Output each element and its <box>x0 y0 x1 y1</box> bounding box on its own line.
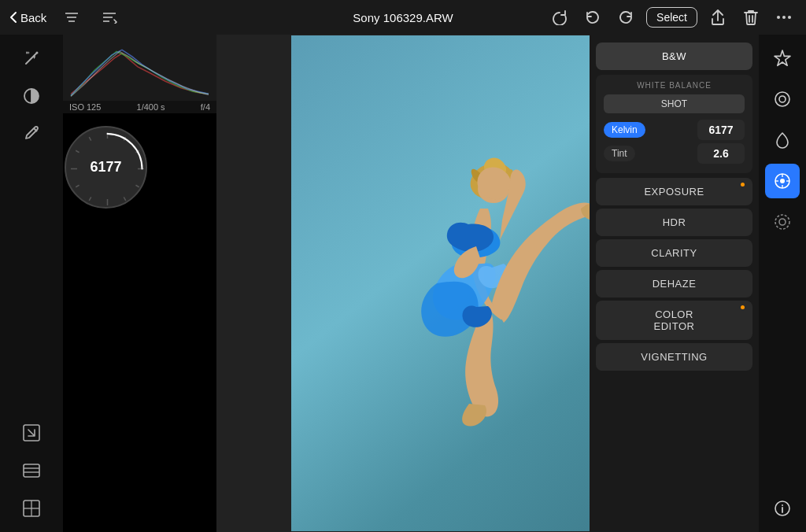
bw-button[interactable]: B&W <box>596 42 752 70</box>
kelvin-value[interactable]: 6177 <box>697 120 745 140</box>
info-icon-btn[interactable] <box>765 491 800 526</box>
kelvin-row: Kelvin 6177 <box>604 120 745 140</box>
color-tool-btn[interactable] <box>765 164 800 198</box>
exposure-button[interactable]: EXPOSURE <box>596 178 752 205</box>
filter-icon-btn[interactable] <box>59 5 84 30</box>
color-editor-dot <box>741 305 745 309</box>
svg-line-21 <box>76 185 79 187</box>
redo-icon <box>617 9 634 25</box>
star-icon <box>773 49 792 68</box>
dial-outer[interactable]: 6177 <box>65 126 147 209</box>
exposure-dot <box>741 183 745 187</box>
export-icon-btn[interactable] <box>14 416 49 450</box>
grid-icon-btn[interactable] <box>14 491 49 526</box>
svg-point-41 <box>782 504 783 506</box>
tint-tag[interactable]: Tint <box>604 146 635 161</box>
exposure-label: EXPOSURE <box>644 186 704 198</box>
presets-icon-btn[interactable] <box>765 41 800 76</box>
vignetting-button[interactable]: VIGNETTING <box>596 343 752 371</box>
sort-icon <box>102 11 117 24</box>
undo-icon-btn[interactable] <box>547 5 572 30</box>
back-label: Back <box>20 11 46 24</box>
svg-point-7 <box>782 16 786 19</box>
magic-wand-tool[interactable] <box>14 41 49 76</box>
share-icon <box>710 9 726 26</box>
eyedropper-icon <box>22 124 41 143</box>
dial-ticks-svg <box>66 127 149 210</box>
details-icon-btn[interactable] <box>765 205 800 239</box>
histogram-canvas <box>63 35 216 101</box>
share-icon-btn[interactable] <box>705 5 730 30</box>
circle-half-icon <box>22 87 41 105</box>
magic-wand-icon <box>22 49 41 68</box>
tint-value[interactable]: 2.6 <box>697 143 745 164</box>
svg-point-32 <box>780 179 785 183</box>
select-button[interactable]: Select <box>646 7 697 28</box>
top-bar: Back Sony 106329.ARW <box>0 0 806 35</box>
histogram-info: ISO 125 1/400 s f/4 <box>63 101 216 113</box>
wb-shot-button[interactable]: SHOT <box>604 94 745 113</box>
healing-icon-btn[interactable] <box>765 123 800 157</box>
dial-widget[interactable]: 6177 <box>65 126 147 209</box>
svg-point-30 <box>779 96 786 102</box>
detail-icon <box>773 212 792 231</box>
undo-back-icon-btn[interactable] <box>580 5 605 30</box>
right-panel <box>759 35 806 532</box>
filter-icon <box>64 11 79 24</box>
edit-panel: B&W WHITE BALANCE SHOT Kelvin 6177 Tint … <box>590 35 759 532</box>
reset-icon <box>551 9 568 25</box>
svg-point-29 <box>775 92 789 106</box>
hdr-button[interactable]: HDR <box>596 209 752 236</box>
wb-label: WHITE BALANCE <box>604 81 745 90</box>
sort-icon-btn[interactable] <box>97 5 122 30</box>
tint-row: Tint 2.6 <box>604 143 745 164</box>
delete-icon-btn[interactable] <box>738 5 763 30</box>
svg-point-6 <box>777 16 780 19</box>
svg-point-37 <box>775 215 789 229</box>
svg-line-20 <box>89 197 91 200</box>
top-bar-left: Back <box>9 5 122 30</box>
drop-icon <box>773 131 792 150</box>
dehaze-button[interactable]: DEHAZE <box>596 270 752 297</box>
svg-line-17 <box>135 185 139 187</box>
trash-icon <box>743 9 759 26</box>
info-icon <box>774 500 791 517</box>
back-button[interactable]: Back <box>9 11 46 24</box>
histogram-chart <box>63 35 216 101</box>
svg-line-18 <box>124 197 126 200</box>
shutter-value: 1/400 s <box>137 102 165 112</box>
back-chevron-icon <box>9 11 17 24</box>
kelvin-tag[interactable]: Kelvin <box>604 122 645 138</box>
tone-curve-tool[interactable] <box>14 79 49 113</box>
expand-icon <box>21 423 42 443</box>
histogram-area: ISO 125 1/400 s f/4 <box>63 35 216 113</box>
svg-line-24 <box>89 137 91 140</box>
color-editor-label: COLOREDITOR <box>654 308 695 332</box>
white-balance-section: WHITE BALANCE SHOT Kelvin 6177 Tint 2.6 <box>596 75 752 173</box>
svg-point-8 <box>788 16 791 19</box>
svg-point-9 <box>36 52 39 54</box>
file-title: Sony 106329.ARW <box>353 11 453 24</box>
svg-point-38 <box>779 219 786 225</box>
color-wheel-icon <box>773 172 792 190</box>
iso-value: ISO 125 <box>69 102 101 112</box>
color-editor-button[interactable]: COLOREDITOR <box>596 301 752 340</box>
grid-icon <box>21 498 42 519</box>
svg-line-23 <box>76 150 79 153</box>
selective-icon-btn[interactable] <box>765 82 800 116</box>
more-dots-icon <box>776 15 792 20</box>
layers-icon <box>21 460 42 481</box>
top-bar-right: Select <box>547 5 797 30</box>
clarity-button[interactable]: CLARITY <box>596 239 752 267</box>
svg-rect-43 <box>24 464 39 477</box>
more-icon-btn[interactable] <box>771 5 797 30</box>
aperture-value: f/4 <box>201 102 210 112</box>
circle-icon <box>773 90 792 109</box>
redo-icon-btn[interactable] <box>613 5 638 30</box>
bottom-left-tools <box>0 416 63 526</box>
undo-icon <box>584 9 601 25</box>
layers-icon-btn[interactable] <box>14 453 49 488</box>
eyedropper-tool[interactable] <box>14 116 49 151</box>
